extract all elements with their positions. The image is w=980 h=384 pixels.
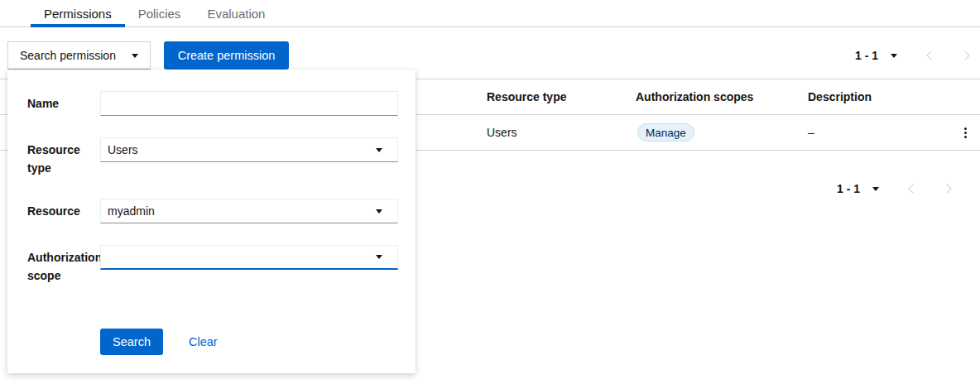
cell-authorization-scopes: Manage [636,123,808,142]
cell-description: – [808,126,930,139]
chevron-down-icon [376,148,382,152]
cell-actions [930,122,980,143]
chevron-down-icon [376,255,382,259]
header-description: Description [808,90,930,103]
previous-page-button[interactable] [906,183,917,194]
chevron-down-icon [132,54,138,58]
search-permission-toggle[interactable]: Search permission [7,41,151,70]
tab-policies-label: Policies [138,7,181,21]
permissions-page: Permissions Policies Evaluation Search p… [0,0,980,384]
pagination-range: 1 - 1 [837,182,860,195]
form-row-resource: Resource myadmin [27,199,416,223]
chevron-left-icon [908,184,917,193]
next-page-button[interactable] [942,183,954,194]
form-row-name: Name [27,91,416,116]
resource-select[interactable]: myadmin [100,199,398,223]
previous-page-button[interactable] [924,50,935,61]
search-button[interactable]: Search [100,329,163,355]
chevron-down-icon [872,187,879,191]
resource-label: Resource [27,199,100,223]
scope-chip: Manage [637,123,694,142]
search-permission-toggle-label: Search permission [20,49,116,62]
authorization-scope-label: Authorization scope [27,245,100,285]
authorization-scope-select[interactable] [100,245,398,270]
name-label: Name [27,91,100,116]
tab-permissions[interactable]: Permissions [31,0,125,26]
header-resource-type: Resource type [487,90,636,103]
tab-evaluation-label: Evaluation [207,7,265,21]
pagination-range: 1 - 1 [855,49,878,62]
kebab-menu-icon[interactable] [957,122,973,143]
tab-policies[interactable]: Policies [125,0,195,26]
per-page-menu-toggle[interactable] [889,50,899,61]
name-input[interactable] [100,91,398,116]
clear-button[interactable]: Clear [189,335,218,348]
resource-select-value: myadmin [108,204,155,218]
resource-type-label: Resource type [27,137,100,177]
resource-type-select[interactable]: Users [100,137,398,162]
create-permission-button[interactable]: Create permission [164,41,289,70]
tab-evaluation[interactable]: Evaluation [194,0,278,26]
form-row-resource-type: Resource type Users [27,137,416,177]
chevron-right-icon [942,184,951,193]
chevron-down-icon [891,54,897,58]
search-permission-panel: Name Resource type Users Resource myadmi… [7,70,416,373]
chevron-right-icon [960,50,969,60]
resource-type-select-value: Users [108,143,138,156]
per-page-menu-toggle[interactable] [871,183,881,194]
search-panel-actions: Search Clear [100,329,416,355]
chevron-left-icon [926,50,935,60]
header-authorization-scopes: Authorization scopes [636,90,808,103]
pagination-top: 1 - 1 [855,41,972,70]
next-page-button[interactable] [960,50,972,61]
cell-resource-type: Users [487,126,636,139]
tab-permissions-label: Permissions [44,7,112,21]
chevron-down-icon [376,209,382,214]
form-row-authorization-scope: Authorization scope [27,245,416,285]
pagination-bottom: 1 - 1 [837,175,954,203]
tab-bar: Permissions Policies Evaluation [0,0,980,27]
